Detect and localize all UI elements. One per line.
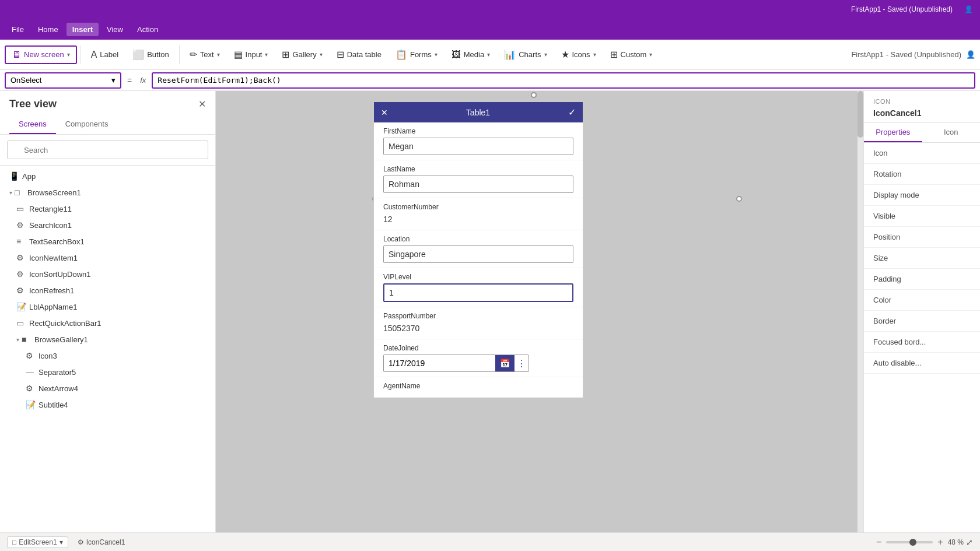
menu-home[interactable]: Home [32,23,64,36]
sortupdown-icon: ⚙ [16,269,27,279]
right-panel-props: Icon Rotation Display mode Visible Posit… [864,143,980,374]
menu-insert[interactable]: Insert [66,23,99,36]
field-label-lastname: LastName [383,165,573,173]
label-button[interactable]: A Label [85,46,125,64]
prop-auto-disable[interactable]: Auto disable... [864,353,980,374]
prop-display-mode[interactable]: Display mode [864,185,980,206]
user-icon[interactable]: 👤 [964,5,973,13]
tree-item-rectquickaction[interactable]: ▭ RectQuickActionBar1 [0,315,215,331]
zoom-minus-button[interactable]: − [874,537,884,548]
user-icon-toolbar[interactable]: 👤 [966,50,975,59]
tree-item-subtitle4[interactable]: 📝 Subtitle4 [0,396,215,413]
canvas-area[interactable]: ✕ Table1 ✓ FirstName LastName CustomerNu… [216,91,863,532]
toolbar-divider-2 [179,45,180,64]
gallery-chevron: ▾ [320,51,323,58]
tree-item-textsearchbox1[interactable]: ≡ TextSearchBox1 [0,233,215,250]
field-input-viplevel[interactable] [383,283,573,302]
field-input-datejoined[interactable] [384,355,495,371]
zoom-slider[interactable] [886,541,933,543]
sidebar-title: Tree view [9,98,57,110]
prop-visible[interactable]: Visible [864,206,980,227]
sidebar-tabs: Screens Components [0,115,215,135]
zoom-plus-button[interactable]: + [935,537,945,548]
expand-icon[interactable]: ⤢ [966,538,973,547]
toolbar-divider-1 [80,45,81,64]
prop-position[interactable]: Position [864,227,980,248]
input-button[interactable]: ▤ Input ▾ [228,45,275,64]
prop-icon[interactable]: Icon [864,143,980,164]
tree-item-searchicon1[interactable]: ⚙ SearchIcon1 [0,217,215,233]
menu-file[interactable]: File [6,23,30,36]
tree-item-app[interactable]: 📱 App [0,168,215,184]
close-icon[interactable]: ✕ [198,99,206,110]
menu-view[interactable]: View [101,23,129,36]
custom-chevron: ▾ [649,51,652,58]
field-firstname: FirstName [374,122,583,160]
new-screen-label: New screen [24,50,64,59]
tab-components[interactable]: Components [56,115,118,134]
icon-cancel-status[interactable]: ⚙ IconCancel1 [73,537,130,548]
toolbar: 🖥 New screen ▾ A Label ⬜ Button ✏ Text ▾… [0,40,980,70]
tree-item-browsescreen1[interactable]: ▾ □ BrowseScreen1 [0,184,215,201]
refresh-icon: ⚙ [16,286,27,295]
prop-color[interactable]: Color [864,290,980,311]
tree-item-separator5[interactable]: — Separator5 [0,364,215,380]
textsearch-icon: ≡ [16,237,27,246]
gallery-button[interactable]: ⊞ Gallery ▾ [275,45,328,64]
tree-item-icon3[interactable]: ⚙ Icon3 [0,348,215,364]
tree-item-lblappname1[interactable]: 📝 LblAppName1 [0,299,215,315]
tab-icon[interactable]: Icon [922,123,981,142]
tree-item-browsegallery1[interactable]: ▾ ■ BrowseGallery1 [0,331,215,348]
custom-button[interactable]: ⊞ Custom ▾ [604,45,659,64]
search-wrapper: 🔍 [7,141,208,159]
icon-cancel-icon: ⚙ [78,538,84,546]
field-value-customernumber: 12 [383,213,573,225]
canvas-scroll-thumb[interactable] [858,91,863,138]
field-input-lastname[interactable] [383,176,573,193]
forms-button[interactable]: 📋 Forms ▾ [389,45,444,64]
tree-item-nextarrow4[interactable]: ⚙ NextArrow4 [0,380,215,396]
calendar-icon[interactable]: 📅 [495,355,514,371]
tree-item-label: Subtitle4 [38,401,211,409]
media-button[interactable]: 🖼 Media ▾ [445,46,496,64]
form-cancel-icon[interactable]: ✕ [381,108,388,117]
prop-rotation[interactable]: Rotation [864,164,980,185]
field-agentname: AgentName [374,377,583,398]
tree-view-sidebar: Tree view ✕ Screens Components 🔍 📱 App ▾… [0,91,216,532]
formula-dropdown[interactable]: OnSelect ▾ [5,72,121,89]
new-screen-button[interactable]: 🖥 New screen ▾ [5,45,77,64]
tab-screens[interactable]: Screens [9,115,56,134]
menu-action[interactable]: Action [131,23,164,36]
selection-dot-tr [531,92,537,98]
text-button[interactable]: ✏ Text ▾ [183,45,226,64]
form-confirm-icon[interactable]: ✓ [568,107,576,118]
icons-button[interactable]: ★ Icons ▾ [555,45,603,64]
prop-padding[interactable]: Padding [864,269,980,290]
edit-screen-selector[interactable]: □ EditScreen1 ▾ [7,536,68,548]
button-button[interactable]: ⬜ Button [126,45,176,64]
prop-border[interactable]: Border [864,311,980,332]
selection-dot-mr [736,196,742,202]
field-input-location[interactable] [383,245,573,263]
canvas-scrollbar[interactable] [858,91,863,532]
formula-input[interactable] [152,72,975,89]
field-label-location: Location [383,235,573,243]
tree-item-label: IconSortUpDown1 [29,270,211,279]
tree-item-iconnewitem1[interactable]: ⚙ IconNewItem1 [0,250,215,266]
date-dots-icon[interactable]: ⋮ [514,358,528,369]
tab-properties[interactable]: Properties [864,123,922,142]
data-table-button[interactable]: ⊟ Data table [330,45,388,64]
prop-size[interactable]: Size [864,248,980,269]
tree-item-rectangle11[interactable]: ▭ Rectangle11 [0,201,215,217]
prop-focused-border[interactable]: Focused bord... [864,332,980,353]
tree-item-iconsortupdown1[interactable]: ⚙ IconSortUpDown1 [0,266,215,282]
charts-button[interactable]: 📊 Charts ▾ [498,45,553,64]
formula-dropdown-chevron: ▾ [111,76,116,85]
icon3-icon: ⚙ [26,351,36,360]
field-passportnumber: PassportNumber 15052370 [374,307,583,339]
field-input-firstname[interactable] [383,138,573,155]
input-icon: ▤ [234,49,243,60]
tree-item-iconrefresh1[interactable]: ⚙ IconRefresh1 [0,282,215,299]
search-input[interactable] [7,141,208,159]
right-panel-tabs: Properties Icon [864,123,980,143]
